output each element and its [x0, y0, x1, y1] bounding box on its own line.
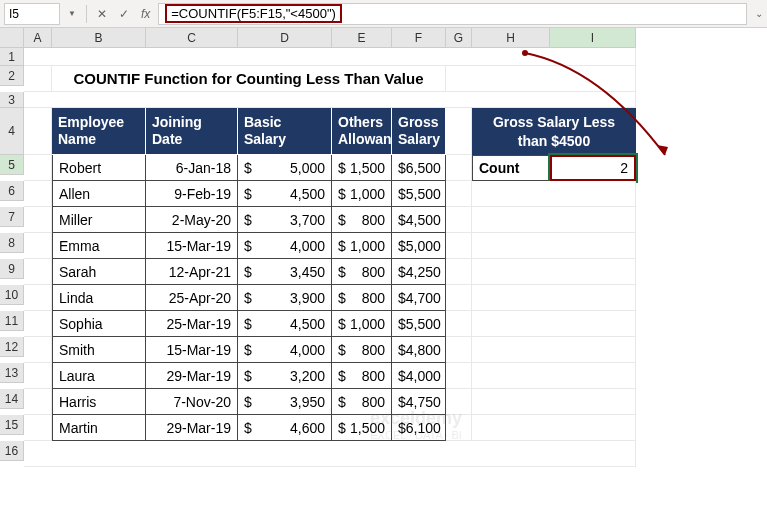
- cell-date[interactable]: 29-Mar-19: [146, 363, 238, 389]
- cell-g4[interactable]: [446, 108, 472, 155]
- cell-g12[interactable]: [446, 337, 472, 363]
- cell-basic[interactable]: $4,500: [238, 311, 332, 337]
- row-hdr-1[interactable]: 1: [0, 48, 24, 66]
- cell-a9[interactable]: [24, 259, 52, 285]
- cell-others[interactable]: $1,000: [332, 233, 392, 259]
- cell-date[interactable]: 15-Mar-19: [146, 337, 238, 363]
- cell-a15[interactable]: [24, 415, 52, 441]
- cell-basic[interactable]: $3,950: [238, 389, 332, 415]
- cell-basic[interactable]: $3,450: [238, 259, 332, 285]
- row-hdr-10[interactable]: 10: [0, 285, 24, 305]
- row-hdr-5[interactable]: 5: [0, 155, 24, 175]
- cell-name[interactable]: Robert: [52, 155, 146, 181]
- col-hdr-g[interactable]: G: [446, 28, 472, 48]
- cell-g13[interactable]: [446, 363, 472, 389]
- cell-others[interactable]: $1,000: [332, 311, 392, 337]
- cell-name[interactable]: Laura: [52, 363, 146, 389]
- cell-a6[interactable]: [24, 181, 52, 207]
- row-hdr-2[interactable]: 2: [0, 66, 24, 86]
- cell-a1[interactable]: [24, 48, 636, 66]
- cell-a10[interactable]: [24, 285, 52, 311]
- cell-name[interactable]: Harris: [52, 389, 146, 415]
- cell-date[interactable]: 15-Mar-19: [146, 233, 238, 259]
- cell-name[interactable]: Sophia: [52, 311, 146, 337]
- cell-hi9[interactable]: [472, 259, 636, 285]
- name-box[interactable]: I5: [4, 3, 60, 25]
- hdr-joining-date[interactable]: Joining Date: [146, 108, 238, 155]
- cell-a14[interactable]: [24, 389, 52, 415]
- cell-others[interactable]: $800: [332, 389, 392, 415]
- cell-a3[interactable]: [24, 92, 636, 108]
- cell-others[interactable]: $800: [332, 207, 392, 233]
- cell-g10[interactable]: [446, 285, 472, 311]
- cell-hi15[interactable]: [472, 415, 636, 441]
- cell-name[interactable]: Allen: [52, 181, 146, 207]
- accept-formula-icon[interactable]: ✓: [115, 7, 133, 21]
- cell-basic[interactable]: $4,000: [238, 233, 332, 259]
- cell-date[interactable]: 12-Apr-21: [146, 259, 238, 285]
- cell-gross[interactable]: $4,500: [392, 207, 446, 233]
- formula-bar[interactable]: =COUNTIF(F5:F15,"<4500"): [158, 3, 747, 25]
- cell-date[interactable]: 6-Jan-18: [146, 155, 238, 181]
- cell-basic[interactable]: $3,900: [238, 285, 332, 311]
- cell-hi6[interactable]: [472, 181, 636, 207]
- cell-a16[interactable]: [24, 441, 636, 467]
- cell-hi10[interactable]: [472, 285, 636, 311]
- cell-basic[interactable]: $3,200: [238, 363, 332, 389]
- cell-name[interactable]: Miller: [52, 207, 146, 233]
- cell-basic[interactable]: $3,700: [238, 207, 332, 233]
- cell-date[interactable]: 29-Mar-19: [146, 415, 238, 441]
- cell-hi11[interactable]: [472, 311, 636, 337]
- cell-g6[interactable]: [446, 181, 472, 207]
- cell-others[interactable]: $800: [332, 363, 392, 389]
- cell-others[interactable]: $1,500: [332, 415, 392, 441]
- row-hdr-14[interactable]: 14: [0, 389, 24, 409]
- cell-date[interactable]: 25-Mar-19: [146, 311, 238, 337]
- cell-basic[interactable]: $4,000: [238, 337, 332, 363]
- col-hdr-e[interactable]: E: [332, 28, 392, 48]
- info-header[interactable]: Gross Salary Less than $4500: [472, 108, 636, 155]
- cell-a2[interactable]: [24, 66, 52, 92]
- cell-hi12[interactable]: [472, 337, 636, 363]
- cell-others[interactable]: $1,500: [332, 155, 392, 181]
- cell-others[interactable]: $1,000: [332, 181, 392, 207]
- row-hdr-13[interactable]: 13: [0, 363, 24, 383]
- cell-hi8[interactable]: [472, 233, 636, 259]
- cell-hi13[interactable]: [472, 363, 636, 389]
- title-cell[interactable]: COUNTIF Function for Counting Less Than …: [52, 66, 446, 92]
- cell-a5[interactable]: [24, 155, 52, 181]
- row-hdr-9[interactable]: 9: [0, 259, 24, 279]
- cell-name[interactable]: Smith: [52, 337, 146, 363]
- cell-g5[interactable]: [446, 155, 472, 181]
- cell-a4[interactable]: [24, 108, 52, 155]
- cancel-formula-icon[interactable]: ✕: [93, 7, 111, 21]
- col-hdr-c[interactable]: C: [146, 28, 238, 48]
- cell-basic[interactable]: $5,000: [238, 155, 332, 181]
- hdr-others-allowances[interactable]: OthersAllowances: [332, 108, 392, 155]
- cell-gross[interactable]: $6,100: [392, 415, 446, 441]
- hdr-basic-salary[interactable]: BasicSalary: [238, 108, 332, 155]
- cell-g8[interactable]: [446, 233, 472, 259]
- cell-g15[interactable]: [446, 415, 472, 441]
- cell-gross[interactable]: $4,000: [392, 363, 446, 389]
- col-hdr-d[interactable]: D: [238, 28, 332, 48]
- cell-others[interactable]: $800: [332, 259, 392, 285]
- cell-a13[interactable]: [24, 363, 52, 389]
- select-all-corner[interactable]: [0, 28, 24, 48]
- cell-others[interactable]: $800: [332, 285, 392, 311]
- row-hdr-11[interactable]: 11: [0, 311, 24, 331]
- count-label[interactable]: Count: [472, 155, 550, 181]
- cell-date[interactable]: 7-Nov-20: [146, 389, 238, 415]
- cell-gross[interactable]: $4,800: [392, 337, 446, 363]
- cell-g7[interactable]: [446, 207, 472, 233]
- cell-a8[interactable]: [24, 233, 52, 259]
- cell-others[interactable]: $800: [332, 337, 392, 363]
- expand-formula-bar-icon[interactable]: ⌄: [751, 8, 763, 19]
- cell-g14[interactable]: [446, 389, 472, 415]
- cell-gross[interactable]: $5,500: [392, 311, 446, 337]
- cell-basic[interactable]: $4,500: [238, 181, 332, 207]
- fx-icon[interactable]: fx: [137, 7, 154, 21]
- cell-g9[interactable]: [446, 259, 472, 285]
- cell-a12[interactable]: [24, 337, 52, 363]
- col-hdr-f[interactable]: F: [392, 28, 446, 48]
